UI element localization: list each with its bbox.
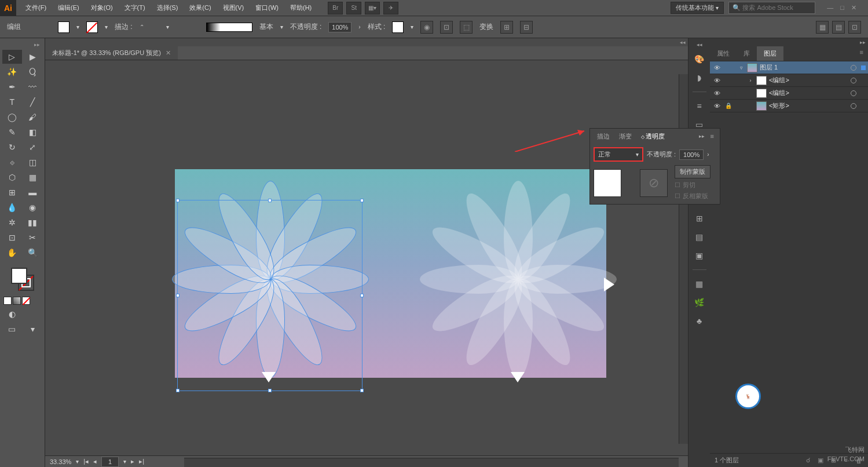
layer-name[interactable]: <编组> xyxy=(769,76,848,85)
zoom-value[interactable]: 33.33% xyxy=(50,458,71,465)
opacity-preview[interactable] xyxy=(594,169,621,197)
recolor-icon[interactable]: ◉ xyxy=(420,21,433,34)
layer-name[interactable]: <矩形> xyxy=(769,101,848,110)
horizontal-scrollbar[interactable] xyxy=(184,458,679,467)
document-tab[interactable]: 未标题-1* @ 33.33% (RGB/GPU 预览) ✕ xyxy=(45,46,178,60)
panel-tab-stroke[interactable]: 描边 xyxy=(592,130,614,143)
scale-tool[interactable]: ⤢ xyxy=(23,140,43,154)
arrange-icon[interactable]: ▦▾ xyxy=(365,2,380,14)
rectangle-tool[interactable]: ◯ xyxy=(2,110,22,124)
curvature-tool[interactable]: 〰 xyxy=(23,80,43,94)
layer-name[interactable]: <编组> xyxy=(769,89,848,97)
paperplane-icon[interactable]: ✈ xyxy=(383,2,398,14)
tab-libraries[interactable]: 库 xyxy=(737,46,757,61)
lock-icon[interactable]: 🔒 xyxy=(724,103,733,109)
width-tool[interactable]: ⟐ xyxy=(2,155,22,169)
align-icon[interactable]: ⊡ xyxy=(440,21,453,34)
color-panel-icon[interactable]: 🎨 xyxy=(693,52,706,66)
menu-select[interactable]: 选择(S) xyxy=(152,1,183,14)
mask-icon[interactable]: ▣ xyxy=(816,456,825,465)
symbols-panel-icon[interactable]: 🌿 xyxy=(693,295,706,309)
isolate-icon[interactable]: ⊞ xyxy=(500,21,513,34)
symbol-sprayer-tool[interactable]: ✲ xyxy=(2,216,22,229)
artboard-tool[interactable]: ⊡ xyxy=(2,231,22,245)
menu-effect[interactable]: 效果(C) xyxy=(185,1,215,14)
other-panel-icon[interactable]: ♣ xyxy=(693,314,706,328)
magic-wand-tool[interactable]: ✨ xyxy=(2,65,22,79)
grid-icon[interactable]: ▦ xyxy=(816,21,829,34)
target-icon[interactable] xyxy=(851,78,856,83)
stroke-swatch[interactable] xyxy=(86,21,98,33)
panel-opacity-dropdown[interactable]: › xyxy=(707,151,709,158)
blend-mode-select[interactable]: 正常▾ xyxy=(594,147,643,162)
clip-checkbox[interactable]: ☐剪切 xyxy=(675,181,710,189)
stroke-weight-dropdown[interactable]: ⌃ xyxy=(140,24,144,30)
gradient-mode-icon[interactable] xyxy=(13,297,21,305)
ungroup-icon[interactable]: ⊟ xyxy=(520,21,533,34)
bridge-icon[interactable]: Br xyxy=(328,2,343,14)
none-mode-icon[interactable] xyxy=(22,297,30,305)
visibility-icon[interactable]: 👁 xyxy=(712,90,721,97)
stroke-profile[interactable] xyxy=(206,23,252,32)
search-stock[interactable]: 🔍 搜索 Adobe Stock xyxy=(728,2,815,14)
fill-dropdown-icon[interactable]: ▾ xyxy=(76,24,79,30)
menu-text[interactable]: 文字(T) xyxy=(120,1,150,14)
menu-view[interactable]: 视图(V) xyxy=(218,1,249,14)
panel-menu-icon[interactable]: ≡ xyxy=(855,46,868,61)
transform-panel-icon[interactable]: ▤ xyxy=(693,230,706,244)
panel-opacity-input[interactable] xyxy=(679,149,704,160)
target-icon[interactable] xyxy=(851,65,856,71)
mesh-tool[interactable]: ⊞ xyxy=(2,185,22,199)
tab-layers[interactable]: 图层 xyxy=(757,46,783,61)
mask-preview[interactable]: ⊘ xyxy=(640,169,668,197)
line-tool[interactable]: ╱ xyxy=(23,95,43,109)
stroke-panel-icon[interactable]: ≡ xyxy=(693,99,706,113)
perspective-tool[interactable]: ▦ xyxy=(23,170,43,184)
minimize-icon[interactable]: — xyxy=(827,4,833,12)
direct-selection-tool[interactable]: ▶ xyxy=(23,50,43,64)
panel-menu-icon[interactable]: ≡ xyxy=(707,133,717,140)
invert-checkbox[interactable]: ☐反相蒙版 xyxy=(675,192,710,200)
layer-row[interactable]: 👁🔒<矩形> xyxy=(710,100,868,112)
tab-close-icon[interactable]: ✕ xyxy=(166,49,171,57)
screen-mode-icon[interactable]: ▭ xyxy=(2,322,22,336)
layer-row[interactable]: 👁›<编组> xyxy=(710,74,868,87)
graph-tool[interactable]: ▮▮ xyxy=(23,216,43,229)
menu-edit[interactable]: 编辑(E) xyxy=(53,1,84,14)
more-icon[interactable]: ⊡ xyxy=(848,21,861,34)
nav-last-icon[interactable]: ▸| xyxy=(139,458,144,465)
zoom-tool[interactable]: 🔍 xyxy=(23,246,43,260)
brush-tool[interactable]: 🖌 xyxy=(23,110,43,124)
type-tool[interactable]: T xyxy=(2,95,22,109)
menu-object[interactable]: 对象(O) xyxy=(86,1,118,14)
fill-mode-icon[interactable] xyxy=(3,297,12,305)
workspace-switcher[interactable]: 传统基本功能 ▾ xyxy=(671,2,724,14)
visibility-icon[interactable]: 👁 xyxy=(712,103,721,110)
blend-tool[interactable]: ◉ xyxy=(23,200,43,214)
list-icon[interactable]: ▤ xyxy=(832,21,845,34)
brushes-panel-icon[interactable]: ▦ xyxy=(693,277,706,291)
fill-swatch[interactable] xyxy=(58,21,69,33)
slice-tool[interactable]: ✂ xyxy=(23,231,43,245)
shape-builder-tool[interactable]: ⬡ xyxy=(2,170,22,184)
menu-file[interactable]: 文件(F) xyxy=(21,1,51,14)
opacity-dropdown-icon[interactable]: › xyxy=(358,24,360,30)
opacity-input[interactable] xyxy=(328,22,351,32)
panel-tab-transparency[interactable]: 透明度 xyxy=(636,130,669,143)
visibility-icon[interactable]: 👁 xyxy=(712,64,721,71)
stroke-dropdown-icon[interactable]: ▾ xyxy=(105,24,108,30)
make-mask-button[interactable]: 制作蒙版 xyxy=(675,165,710,178)
target-icon[interactable] xyxy=(851,90,856,96)
expand-icon[interactable]: ▿ xyxy=(738,65,745,71)
nav-prev-icon[interactable]: ◂ xyxy=(93,458,97,465)
hand-tool[interactable]: ✋ xyxy=(2,246,22,260)
gradient-tool[interactable]: ▬ xyxy=(23,185,43,199)
style-swatch[interactable] xyxy=(392,21,404,33)
pathfinder-icon[interactable]: ▣ xyxy=(693,249,706,262)
menu-window[interactable]: 窗口(W) xyxy=(251,1,283,14)
visibility-icon[interactable]: 👁 xyxy=(712,77,721,84)
stock-icon[interactable]: St xyxy=(346,2,361,14)
swatches-icon[interactable]: ◗ xyxy=(693,71,706,85)
layer-name[interactable]: 图层 1 xyxy=(760,63,848,72)
nav-first-icon[interactable]: |◂ xyxy=(83,458,89,465)
